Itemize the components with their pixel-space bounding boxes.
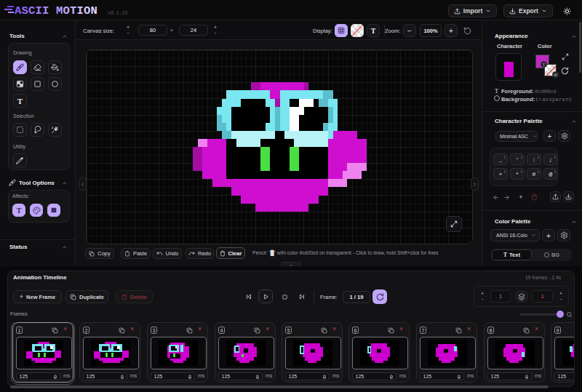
svg-text:ASCII MOTION: ASCII MOTION <box>15 4 97 17</box>
